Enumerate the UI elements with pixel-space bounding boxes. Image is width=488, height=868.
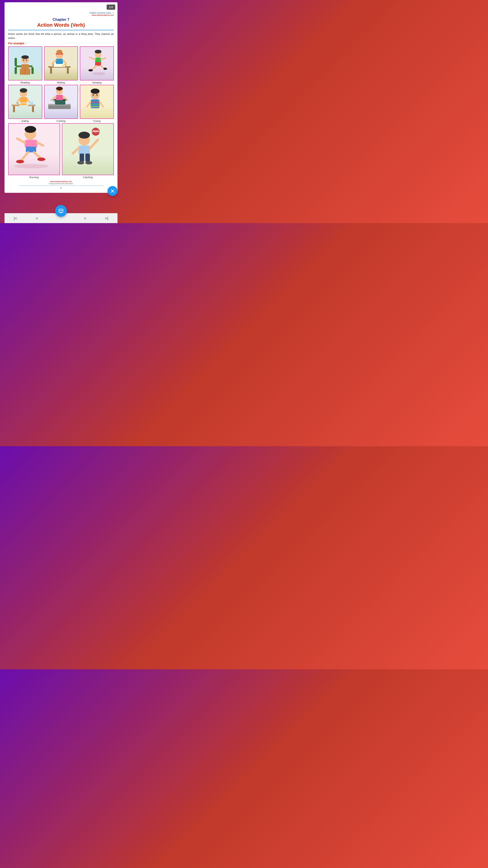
nav-last-button[interactable]: >| — [103, 215, 110, 222]
label-cooking: Cooking — [57, 120, 66, 122]
image-item-eating: Eating — [8, 85, 42, 122]
chapter-number: Chapter 7 — [8, 18, 114, 22]
svg-point-63 — [91, 89, 100, 94]
eating-art — [8, 85, 42, 119]
image-item-cooking: Cooking — [44, 85, 78, 122]
svg-point-26 — [95, 50, 102, 54]
svg-rect-3 — [15, 58, 17, 66]
svg-rect-73 — [25, 140, 37, 148]
svg-line-76 — [37, 143, 43, 145]
images-grid-row2: Eating — [8, 85, 114, 122]
fab-close-button[interactable] — [107, 186, 118, 196]
header-info: English Grammar Class : 1 www.tiwariacad… — [8, 12, 114, 16]
svg-rect-41 — [20, 97, 27, 102]
svg-line-31 — [92, 66, 97, 70]
svg-rect-94 — [60, 212, 62, 213]
svg-point-65 — [96, 94, 98, 96]
svg-point-20 — [56, 50, 62, 54]
image-box-running — [8, 123, 60, 175]
for-example-label: For example : — [8, 42, 114, 45]
svg-point-83 — [78, 131, 90, 138]
svg-rect-60 — [91, 104, 100, 105]
description-text: Action words are those that tell what a … — [8, 32, 114, 40]
footer-tagline: A Step towards free Education — [8, 183, 114, 185]
svg-point-39 — [20, 103, 27, 105]
image-box-eating — [8, 85, 42, 119]
nav-first-button[interactable]: |< — [11, 215, 20, 222]
svg-line-45 — [27, 98, 29, 102]
label-writing: Writing — [57, 81, 65, 84]
footer-info: www.tiwariacademy.com A Step towards fre… — [8, 180, 114, 189]
svg-rect-84 — [78, 145, 90, 155]
svg-point-10 — [26, 59, 27, 61]
svg-point-70 — [14, 164, 49, 168]
svg-line-77 — [21, 152, 28, 160]
label-jumping: Jumping — [92, 81, 102, 84]
svg-rect-40 — [30, 101, 33, 105]
svg-rect-36 — [13, 106, 15, 112]
svg-rect-11 — [22, 64, 29, 69]
svg-point-90 — [86, 161, 92, 164]
label-eating: Eating — [22, 120, 29, 122]
svg-rect-14 — [67, 68, 69, 74]
svg-rect-86 — [86, 153, 90, 162]
label-reading: Reading — [21, 81, 30, 84]
svg-rect-61 — [91, 106, 100, 107]
svg-line-88 — [73, 148, 78, 153]
image-item-reading: Reading — [8, 46, 42, 84]
svg-rect-51 — [56, 95, 63, 100]
svg-point-34 — [103, 68, 107, 70]
svg-line-78 — [34, 152, 41, 158]
fab-main-button[interactable] — [55, 205, 67, 217]
svg-rect-1 — [15, 67, 17, 74]
svg-rect-96 — [61, 210, 62, 211]
label-catching: Catching — [83, 176, 93, 179]
svg-point-54 — [59, 90, 60, 91]
svg-point-64 — [93, 94, 94, 96]
label-crying: Crying — [93, 120, 101, 122]
svg-rect-2 — [31, 67, 34, 74]
svg-rect-85 — [79, 153, 84, 162]
image-item-writing: Writing — [44, 46, 78, 84]
svg-point-72 — [25, 126, 36, 133]
label-running: Running — [30, 176, 39, 179]
image-box-writing — [44, 46, 78, 81]
jumping-art — [80, 47, 113, 80]
image-box-jumping — [80, 46, 114, 81]
svg-point-80 — [37, 158, 45, 161]
section-divider — [8, 30, 114, 30]
image-box-catching — [62, 123, 114, 175]
svg-point-67 — [97, 96, 98, 98]
svg-point-79 — [16, 160, 24, 163]
svg-point-24 — [92, 72, 105, 75]
svg-line-87 — [90, 140, 98, 148]
image-item-jumping: Jumping — [80, 46, 114, 84]
svg-line-68 — [87, 101, 91, 107]
svg-rect-27 — [95, 58, 101, 63]
image-item-catching: Catching — [62, 123, 114, 179]
svg-rect-17 — [56, 59, 63, 64]
image-item-running: Running — [8, 123, 60, 179]
reading-art — [8, 47, 42, 80]
writing-art — [44, 47, 78, 80]
svg-point-66 — [92, 96, 94, 98]
image-item-crying: Crying — [80, 85, 114, 122]
nav-prev-button[interactable]: < — [33, 215, 40, 222]
svg-point-9 — [23, 59, 24, 61]
svg-rect-95 — [59, 210, 61, 211]
catching-art — [62, 124, 113, 175]
crying-art — [80, 85, 113, 119]
svg-point-89 — [77, 161, 84, 164]
svg-line-30 — [101, 58, 106, 60]
page-badge: 1/4 — [107, 4, 115, 10]
image-box-cooking — [44, 85, 78, 119]
running-art — [8, 124, 60, 175]
chapter-title: Action Words (Verb) — [8, 22, 114, 28]
nav-next-button[interactable]: > — [82, 215, 89, 222]
svg-rect-59 — [91, 101, 100, 103]
svg-point-8 — [22, 55, 29, 59]
footer-website: www.tiwariacademy.com — [8, 180, 114, 183]
page-number: 1 — [8, 187, 114, 189]
images-grid-row1: Reading — [8, 46, 114, 84]
header-website: www.tiwariacademy.com — [8, 14, 114, 16]
